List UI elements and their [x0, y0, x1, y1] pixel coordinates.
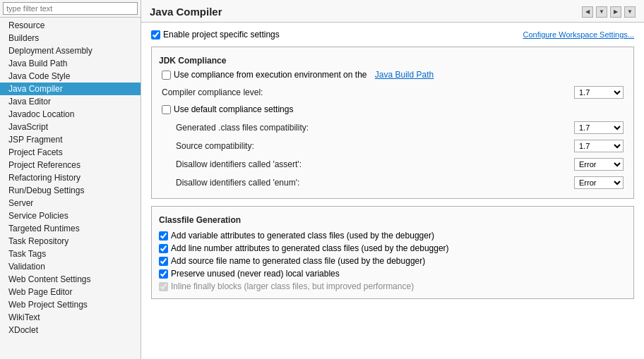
nav-forward-dropdown-button[interactable]: ▼	[624, 6, 636, 18]
sidebar-item-targeted-runtimes[interactable]: Targeted Runtimes	[0, 222, 141, 235]
sidebar-item-project-references[interactable]: Project References	[0, 159, 141, 171]
use-compliance-label: Use compliance from execution environmen…	[174, 70, 366, 80]
sidebar-item-project-facets[interactable]: Project Facets	[0, 146, 141, 159]
sidebar-item-java-compiler[interactable]: Java Compiler	[0, 83, 141, 95]
filter-input[interactable]	[3, 2, 138, 15]
sidebar-item-javascript[interactable]: JavaScript	[0, 121, 141, 133]
preserve-unused-label: Preserve unused (never read) local varia…	[171, 269, 340, 279]
sidebar-item-jsp-fragment[interactable]: JSP Fragment	[0, 133, 141, 146]
add-source-file-label: Add source file name to generated class …	[171, 256, 425, 266]
check-item-5: Inline finally blocks (larger class file…	[159, 280, 626, 293]
disallow-assert-label: Disallow identifiers called 'assert':	[176, 159, 302, 169]
add-source-file-checkbox[interactable]	[159, 257, 168, 266]
sidebar-item-web-project-settings[interactable]: Web Project Settings	[0, 298, 141, 311]
sidebar-item-java-build-path[interactable]: Java Build Path	[0, 57, 141, 70]
classfile-section: Classfile Generation Add variable attrib…	[151, 206, 634, 299]
disallow-enum-row: Disallow identifiers called 'enum': Igno…	[173, 174, 626, 191]
add-line-number-label: Add line number attributes to generated …	[171, 243, 449, 253]
sidebar-item-java-code-style[interactable]: Java Code Style	[0, 70, 141, 83]
disallow-assert-dropdown[interactable]: IgnoreWarningError	[574, 158, 624, 171]
sidebar-item-wikitext[interactable]: WikiText	[0, 311, 141, 324]
sidebar: ResourceBuildersDeployment AssemblyJava …	[0, 0, 141, 359]
nav-dropdown-button[interactable]: ▼	[596, 6, 607, 18]
inline-finally-label: Inline finally blocks (larger class file…	[171, 281, 414, 291]
sidebar-item-server[interactable]: Server	[0, 197, 141, 209]
sidebar-item-service-policies[interactable]: Service Policies	[0, 209, 141, 222]
enable-project-settings-label: Enable project specific settings	[163, 30, 280, 39]
sidebar-item-web-page-editor[interactable]: Web Page Editor	[0, 286, 141, 298]
add-variable-label: Add variable attributes to generated cla…	[171, 231, 434, 241]
nav-back-button[interactable]: ◀	[582, 6, 593, 18]
use-default-label: Use default compliance settings	[174, 104, 293, 114]
check-item-1: Add variable attributes to generated cla…	[159, 229, 626, 242]
check-item-4: Preserve unused (never read) local varia…	[159, 267, 626, 280]
sidebar-item-xdoclet[interactable]: XDoclet	[0, 324, 141, 336]
sidebar-item-validation[interactable]: Validation	[0, 260, 141, 273]
disallow-assert-row: Disallow identifiers called 'assert': Ig…	[173, 156, 626, 173]
sidebar-item-java-editor[interactable]: Java Editor	[0, 95, 141, 108]
sidebar-item-javadoc-location[interactable]: Javadoc Location	[0, 108, 141, 121]
enable-project-settings-checkbox[interactable]	[151, 30, 160, 39]
compiler-compliance-row: Compiler compliance level: 1.51.61.71.8	[159, 84, 626, 101]
disallow-enum-label: Disallow identifiers called 'enum':	[176, 178, 299, 188]
java-build-path-link[interactable]: Java Build Path	[375, 70, 434, 80]
generated-class-label: Generated .class files compatibility:	[176, 123, 309, 133]
use-compliance-checkbox[interactable]	[162, 71, 171, 80]
sidebar-item-deployment-assembly[interactable]: Deployment Assembly	[0, 44, 141, 57]
sidebar-list: ResourceBuildersDeployment AssemblyJava …	[0, 18, 141, 359]
classfile-section-header: Classfile Generation	[159, 215, 626, 225]
jdk-compliance-group: JDK Compliance Use compliance from execu…	[151, 47, 634, 199]
use-default-checkbox[interactable]	[162, 105, 171, 114]
sidebar-item-task-tags[interactable]: Task Tags	[0, 248, 141, 260]
jdk-section-header: JDK Compliance	[159, 56, 626, 66]
compiler-compliance-label: Compiler compliance level:	[162, 87, 263, 97]
nav-forward-button[interactable]: ▶	[610, 6, 621, 18]
generated-class-dropdown[interactable]: 1.51.61.71.8	[574, 121, 624, 134]
add-line-number-checkbox[interactable]	[159, 244, 168, 253]
check-item-3: Add source file name to generated class …	[159, 255, 626, 267]
header-buttons: ◀ ▼ ▶ ▼	[582, 6, 636, 18]
sidebar-item-refactoring-history[interactable]: Refactoring History	[0, 171, 141, 184]
main-body: Enable project specific settings Configu…	[141, 23, 644, 359]
main-content: Java Compiler ◀ ▼ ▶ ▼ Enable project spe…	[141, 0, 644, 359]
sidebar-item-web-content-settings[interactable]: Web Content Settings	[0, 273, 141, 286]
enable-row: Enable project specific settings Configu…	[151, 30, 634, 39]
sidebar-item-run-debug-settings[interactable]: Run/Debug Settings	[0, 184, 141, 197]
configure-workspace-link[interactable]: Configure Workspace Settings...	[523, 30, 634, 39]
source-compat-row: Source compatibility: 1.51.61.71.8	[173, 138, 626, 154]
check-item-2: Add line number attributes to generated …	[159, 242, 626, 255]
sidebar-item-resource[interactable]: Resource	[0, 19, 141, 32]
sidebar-item-builders[interactable]: Builders	[0, 32, 141, 44]
disallow-enum-dropdown[interactable]: IgnoreWarningError	[574, 176, 624, 189]
source-compat-label: Source compatibility:	[176, 141, 254, 151]
use-compliance-row: Use compliance from execution environmen…	[159, 70, 626, 80]
source-compat-dropdown[interactable]: 1.51.61.71.8	[574, 140, 624, 152]
enable-left: Enable project specific settings	[151, 30, 280, 39]
filter-box	[0, 0, 141, 18]
indented-settings: Generated .class files compatibility: 1.…	[159, 119, 626, 191]
generated-class-row: Generated .class files compatibility: 1.…	[173, 119, 626, 136]
page-title: Java Compiler	[150, 6, 222, 18]
preserve-unused-checkbox[interactable]	[159, 269, 168, 279]
use-default-row: Use default compliance settings	[159, 102, 626, 116]
inline-finally-checkbox	[159, 282, 168, 291]
add-variable-checkbox[interactable]	[159, 231, 168, 241]
sidebar-item-task-repository[interactable]: Task Repository	[0, 235, 141, 248]
compiler-compliance-dropdown[interactable]: 1.51.61.71.8	[574, 86, 624, 99]
main-header: Java Compiler ◀ ▼ ▶ ▼	[141, 0, 644, 23]
